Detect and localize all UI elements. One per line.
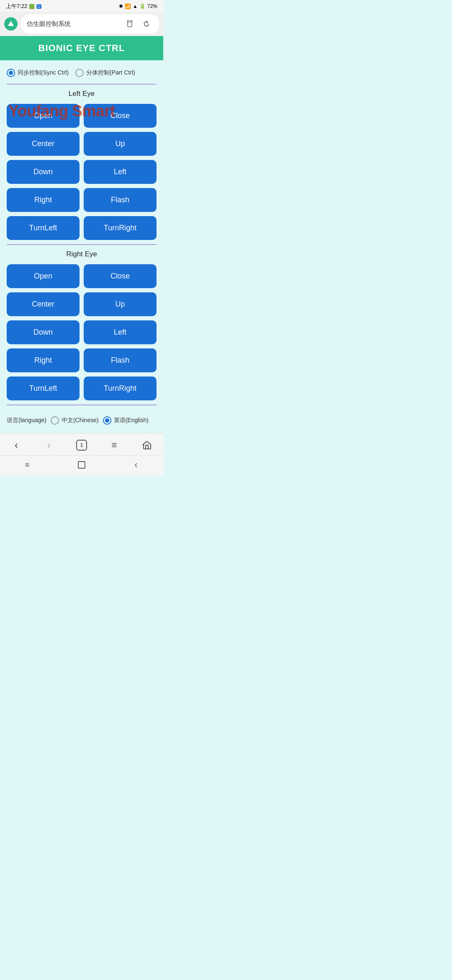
right-row-4: Right Flash bbox=[7, 348, 157, 372]
refresh-button[interactable] bbox=[140, 17, 153, 31]
language-selector: 语言(language) 中文(Chinese) 英语(English) bbox=[7, 410, 157, 428]
left-flash-button[interactable]: Flash bbox=[84, 188, 157, 212]
left-close-button[interactable]: Close bbox=[84, 104, 157, 128]
svg-rect-1 bbox=[128, 21, 132, 27]
control-mode-selector: 同步控制(Sync Ctrl) 分体控制(Part Ctrl) bbox=[7, 65, 157, 82]
english-radio[interactable] bbox=[103, 416, 111, 425]
divider-middle bbox=[7, 244, 157, 245]
right-center-button[interactable]: Center bbox=[7, 292, 80, 316]
app-title: BIONIC EYE CTRL bbox=[7, 43, 157, 54]
right-left-button[interactable]: Left bbox=[84, 320, 157, 344]
chinese-option[interactable]: 中文(Chinese) bbox=[51, 416, 99, 425]
sync-ctrl-option[interactable]: 同步控制(Sync Ctrl) bbox=[7, 69, 69, 77]
nav-forward-button[interactable]: › bbox=[40, 438, 58, 453]
english-option[interactable]: 英语(English) bbox=[103, 416, 149, 425]
left-eye-section: Left Eye Youfang Smart Open Close Center… bbox=[7, 90, 157, 240]
right-flash-button[interactable]: Flash bbox=[84, 348, 157, 372]
chinese-label: 中文(Chinese) bbox=[62, 417, 99, 424]
left-center-button[interactable]: Center bbox=[7, 132, 80, 156]
tabs-count: 1 bbox=[80, 442, 83, 448]
bookmark-button[interactable] bbox=[123, 17, 136, 31]
sync-ctrl-label: 同步控制(Sync Ctrl) bbox=[18, 69, 69, 77]
nav-menu-button[interactable]: ≡ bbox=[105, 438, 123, 453]
bluetooth-icon: ✱ bbox=[119, 3, 123, 9]
sys-back-button[interactable]: ‹ bbox=[127, 459, 145, 471]
nav-home-button[interactable] bbox=[138, 438, 156, 453]
left-row-3: Down Left bbox=[7, 160, 157, 184]
battery-icon: 🔋 bbox=[139, 3, 146, 9]
left-open-close-row: Youfang Smart Open Close bbox=[7, 104, 157, 128]
svg-marker-0 bbox=[8, 21, 14, 26]
wifi-icon: ▲ bbox=[133, 3, 138, 9]
browser-bottom-nav: ‹ › 1 ≡ bbox=[0, 433, 163, 455]
status-left: 上午7:22 🟩 U bbox=[6, 3, 41, 10]
sync-ctrl-radio[interactable] bbox=[7, 69, 15, 77]
right-eye-section: Right Eye Open Close Center Up Down Left… bbox=[7, 250, 157, 400]
left-row-4: Right Flash bbox=[7, 188, 157, 212]
left-left-button[interactable]: Left bbox=[84, 160, 157, 184]
right-turnright-button[interactable]: TurnRight bbox=[84, 377, 157, 400]
right-close-button[interactable]: Close bbox=[84, 264, 157, 288]
left-down-button[interactable]: Down bbox=[7, 160, 80, 184]
browser-actions bbox=[123, 17, 153, 31]
right-row-2: Center Up bbox=[7, 292, 157, 316]
app-icon: U bbox=[36, 4, 41, 9]
right-eye-title: Right Eye bbox=[7, 250, 157, 258]
left-turnleft-button[interactable]: TurnLeft bbox=[7, 216, 80, 240]
right-open-button[interactable]: Open bbox=[7, 264, 80, 288]
part-ctrl-radio[interactable] bbox=[75, 69, 84, 77]
nav-tabs-button[interactable]: 1 bbox=[72, 438, 91, 453]
left-turnright-button[interactable]: TurnRight bbox=[84, 216, 157, 240]
left-row-5: TurnLeft TurnRight bbox=[7, 216, 157, 240]
right-up-button[interactable]: Up bbox=[84, 292, 157, 316]
browser-bar: 仿生眼控制系统 bbox=[0, 12, 163, 36]
sys-menu-button[interactable]: ≡ bbox=[18, 459, 36, 471]
right-turnleft-button[interactable]: TurnLeft bbox=[7, 377, 80, 400]
right-right-button[interactable]: Right bbox=[7, 348, 80, 372]
browser-address-bar[interactable]: 仿生眼控制系统 bbox=[21, 14, 159, 34]
right-row-5: TurnLeft TurnRight bbox=[7, 377, 157, 400]
browser-logo bbox=[4, 17, 18, 31]
right-down-button[interactable]: Down bbox=[7, 320, 80, 344]
address-text: 仿生眼控制系统 bbox=[27, 20, 71, 28]
language-label: 语言(language) bbox=[7, 417, 46, 424]
nav-back-button[interactable]: ‹ bbox=[7, 438, 26, 453]
english-label: 英语(English) bbox=[114, 417, 149, 424]
left-open-button[interactable]: Open bbox=[7, 104, 80, 128]
app-header: BIONIC EYE CTRL bbox=[0, 36, 163, 60]
left-right-button[interactable]: Right bbox=[7, 188, 80, 212]
part-ctrl-label: 分体控制(Part Ctrl) bbox=[86, 69, 135, 77]
left-eye-title: Left Eye bbox=[7, 90, 157, 98]
status-right: ✱ 📶 ▲ 🔋 72% bbox=[119, 3, 157, 9]
main-content: 同步控制(Sync Ctrl) 分体控制(Part Ctrl) Left Eye… bbox=[0, 60, 163, 433]
sys-home-button[interactable] bbox=[72, 459, 91, 471]
part-ctrl-option[interactable]: 分体控制(Part Ctrl) bbox=[75, 69, 135, 77]
status-bar: 上午7:22 🟩 U ✱ 📶 ▲ 🔋 72% bbox=[0, 0, 163, 12]
chinese-radio[interactable] bbox=[51, 416, 59, 425]
svg-rect-4 bbox=[78, 462, 85, 468]
left-up-button[interactable]: Up bbox=[84, 132, 157, 156]
signal-icon: 📶 bbox=[125, 3, 131, 9]
divider-bottom bbox=[7, 405, 157, 405]
sim-icon: 🟩 bbox=[29, 4, 35, 9]
right-row-1: Open Close bbox=[7, 264, 157, 288]
right-row-3: Down Left bbox=[7, 320, 157, 344]
system-nav: ≡ ‹ bbox=[0, 455, 163, 476]
battery-percent: 72% bbox=[147, 3, 157, 9]
tabs-count-box: 1 bbox=[76, 440, 87, 451]
divider-top bbox=[7, 84, 157, 85]
status-time: 上午7:22 bbox=[6, 3, 27, 10]
left-row-2: Center Up bbox=[7, 132, 157, 156]
